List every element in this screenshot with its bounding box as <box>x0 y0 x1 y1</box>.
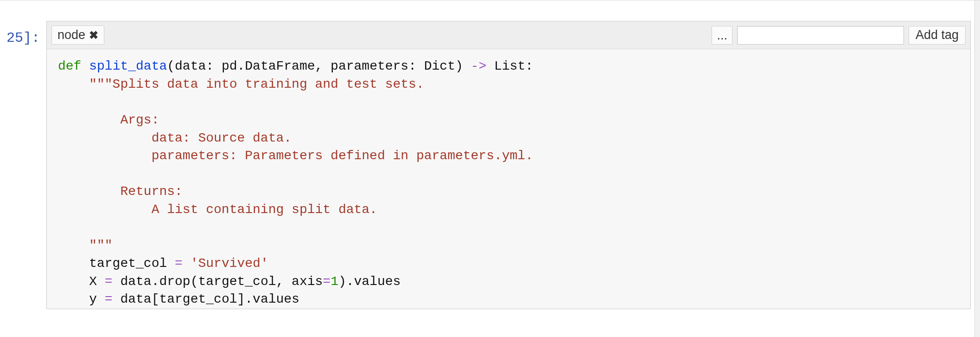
code-token <box>183 256 191 271</box>
cell-body: node ✖ ... Add tag def split_data(data: … <box>46 21 971 309</box>
code-token: split_data <box>89 59 167 73</box>
cell-prompt: 25]: <box>0 21 46 46</box>
code-token: data.drop(target_col, axis <box>113 274 323 289</box>
tag-chip-node[interactable]: node ✖ <box>51 26 104 45</box>
code-token: Args: <box>58 113 159 127</box>
code-token: -> <box>471 59 487 73</box>
code-token: target_col <box>58 256 175 271</box>
tag-chip-label: node <box>57 28 85 42</box>
code-token: """Splits data into training and test se… <box>58 77 424 91</box>
code-token: 'Survived' <box>191 256 268 271</box>
tag-list: node ✖ <box>51 26 104 45</box>
code-token: List: <box>486 59 533 73</box>
code-token: ).values <box>338 274 401 289</box>
code-cell: 25]: node ✖ ... Add tag <box>0 0 974 309</box>
code-token: def <box>58 59 81 73</box>
code-token: = <box>105 274 113 289</box>
tag-controls: ... Add tag <box>712 26 966 45</box>
add-tag-button[interactable]: Add tag <box>909 26 966 45</box>
code-token: """ <box>58 238 113 253</box>
code-token: y <box>58 292 105 306</box>
more-tags-button[interactable]: ... <box>712 26 732 45</box>
code-token: 1 <box>331 274 338 289</box>
code-token: = <box>175 256 183 271</box>
code-token: (data: pd.DataFrame, parameters: Dict) <box>167 59 471 73</box>
code-token: = <box>105 292 113 306</box>
code-token: parameters: Parameters defined in parame… <box>58 149 533 163</box>
tag-bar: node ✖ ... Add tag <box>47 21 970 49</box>
close-icon[interactable]: ✖ <box>89 30 98 41</box>
code-token: data[target_col].values <box>113 292 299 306</box>
code-token: X <box>58 274 105 289</box>
right-gutter <box>974 0 980 337</box>
cell-prompt-label: 25]: <box>6 30 40 46</box>
code-token: A list containing split data. <box>58 202 377 217</box>
tag-input[interactable] <box>737 26 904 45</box>
code-token: = <box>323 274 331 289</box>
code-token: Returns: <box>58 184 183 199</box>
code-token: data: Source data. <box>58 131 292 145</box>
code-editor[interactable]: def split_data(data: pd.DataFrame, param… <box>47 49 970 309</box>
